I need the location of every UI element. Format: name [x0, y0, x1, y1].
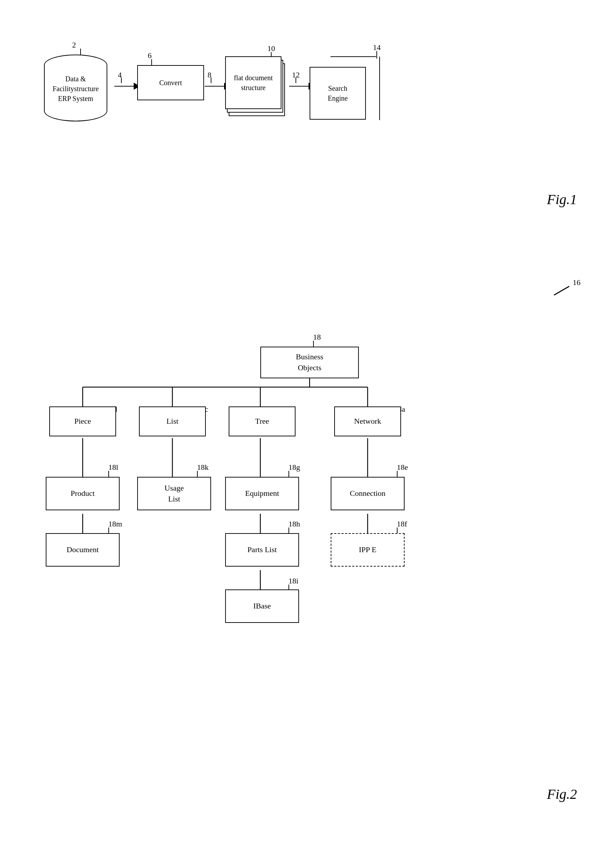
document-node: Document [46, 533, 120, 567]
database-label: Data & Facilitystructure ERP System [44, 74, 107, 103]
figure-2: 16 18 Business Objects 18d Piece 18c Lis… [21, 267, 598, 824]
ref-18g: 18g [289, 463, 300, 472]
business-objects-node: Business Objects [260, 347, 359, 378]
searchengine-label: SearchEngine [309, 67, 366, 120]
convert-node: Convert [137, 65, 204, 100]
piece-node: Piece [49, 407, 116, 436]
ref-18m: 18m [109, 519, 122, 529]
ref-18: 18 [313, 333, 321, 342]
partslist-node: Parts List [225, 533, 299, 567]
ippe-node: IPP E [331, 533, 405, 567]
equipment-node: Equipment [225, 477, 299, 510]
flatdoc-node: flat documentstructure [225, 56, 289, 120]
fig1-label: Fig.1 [547, 191, 577, 208]
ibase-node: IBase [225, 589, 299, 623]
ref-18h: 18h [289, 519, 300, 529]
connection-node: Connection [331, 477, 405, 510]
ref-18i: 18i [289, 576, 298, 586]
ref-18k: 18k [197, 463, 208, 472]
tree-node-box: Tree [229, 407, 296, 436]
ref-18l: 18l [109, 463, 118, 472]
ref-2: 2 [72, 40, 76, 50]
searchengine-node: SearchEngine [309, 56, 380, 127]
ref-18f: 18f [397, 519, 407, 529]
list-node: List [139, 407, 206, 436]
product-node: Product [46, 477, 120, 510]
flatdoc-label: flat documentstructure [225, 56, 282, 109]
ref-16: 16 [573, 278, 581, 287]
fig2-label: Fig.2 [547, 786, 577, 802]
figure-1: 2 Data & Facilitystructure ERP System 4 … [21, 21, 598, 218]
network-node: Network [334, 407, 401, 436]
arrow-1 [114, 83, 140, 90]
ref-18e: 18e [397, 463, 408, 472]
usage-list-node: Usage List [137, 477, 211, 510]
